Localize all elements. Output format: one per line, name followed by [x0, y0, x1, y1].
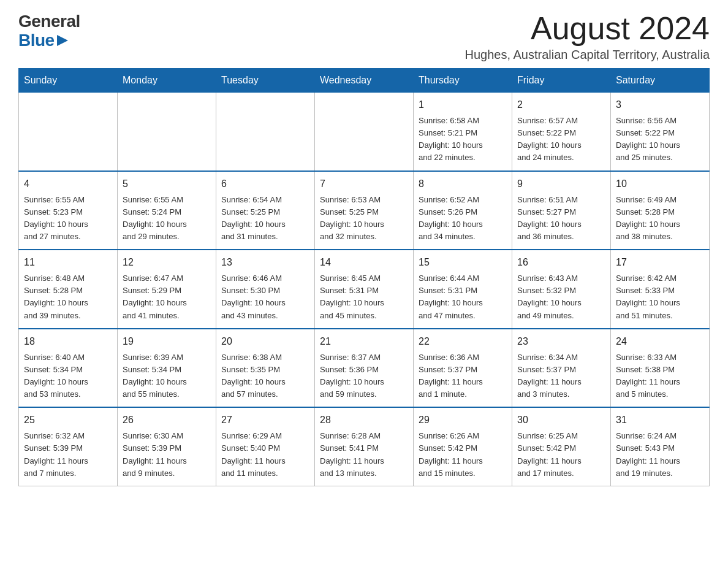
calendar-day-cell: 14Sunrise: 6:45 AM Sunset: 5:31 PM Dayli… [315, 250, 414, 329]
calendar-day-cell: 21Sunrise: 6:37 AM Sunset: 5:36 PM Dayli… [315, 329, 414, 408]
day-info: Sunrise: 6:48 AM Sunset: 5:28 PM Dayligh… [24, 272, 112, 322]
calendar-day-cell: 3Sunrise: 6:56 AM Sunset: 5:22 PM Daylig… [611, 93, 710, 171]
day-info: Sunrise: 6:33 AM Sunset: 5:38 PM Dayligh… [616, 351, 704, 401]
day-info: Sunrise: 6:54 AM Sunset: 5:25 PM Dayligh… [221, 194, 309, 243]
day-info: Sunrise: 6:24 AM Sunset: 5:43 PM Dayligh… [616, 430, 704, 480]
day-number: 18 [24, 334, 112, 349]
day-number: 1 [419, 98, 507, 112]
calendar-day-cell: 23Sunrise: 6:34 AM Sunset: 5:37 PM Dayli… [512, 329, 611, 408]
day-info: Sunrise: 6:45 AM Sunset: 5:31 PM Dayligh… [320, 272, 408, 322]
calendar-day-cell: 24Sunrise: 6:33 AM Sunset: 5:38 PM Dayli… [611, 329, 710, 408]
day-info: Sunrise: 6:44 AM Sunset: 5:31 PM Dayligh… [419, 272, 507, 322]
day-of-week-header: Saturday [611, 69, 710, 93]
day-number: 9 [517, 177, 605, 191]
day-of-week-header: Tuesday [216, 69, 315, 93]
day-of-week-header: Friday [512, 69, 611, 93]
day-number: 8 [419, 177, 507, 191]
day-number: 3 [616, 98, 704, 112]
day-number: 21 [320, 334, 408, 349]
day-number: 5 [123, 177, 211, 191]
day-number: 17 [616, 255, 704, 270]
day-number: 7 [320, 177, 408, 191]
calendar-day-cell: 15Sunrise: 6:44 AM Sunset: 5:31 PM Dayli… [414, 250, 512, 329]
calendar-day-cell: 31Sunrise: 6:24 AM Sunset: 5:43 PM Dayli… [611, 407, 710, 486]
day-number: 15 [419, 255, 507, 270]
day-number: 28 [320, 413, 408, 427]
calendar-week-row: 1Sunrise: 6:58 AM Sunset: 5:21 PM Daylig… [19, 93, 710, 171]
logo-blue-text: Blue [18, 31, 55, 50]
calendar-week-row: 4Sunrise: 6:55 AM Sunset: 5:23 PM Daylig… [19, 171, 710, 250]
day-info: Sunrise: 6:49 AM Sunset: 5:28 PM Dayligh… [616, 194, 704, 243]
day-of-week-header: Thursday [414, 69, 512, 93]
day-info: Sunrise: 6:42 AM Sunset: 5:33 PM Dayligh… [616, 272, 704, 322]
day-number: 31 [616, 413, 704, 427]
calendar-day-cell: 12Sunrise: 6:47 AM Sunset: 5:29 PM Dayli… [118, 250, 216, 329]
calendar-day-cell: 25Sunrise: 6:32 AM Sunset: 5:39 PM Dayli… [19, 407, 118, 486]
day-number: 20 [221, 334, 309, 349]
day-number: 26 [123, 413, 211, 427]
day-number: 22 [419, 334, 507, 349]
svg-marker-0 [57, 35, 68, 46]
day-number: 6 [221, 177, 309, 191]
day-info: Sunrise: 6:30 AM Sunset: 5:39 PM Dayligh… [123, 430, 211, 480]
day-info: Sunrise: 6:28 AM Sunset: 5:41 PM Dayligh… [320, 430, 408, 480]
day-number: 30 [517, 413, 605, 427]
calendar-day-cell: 11Sunrise: 6:48 AM Sunset: 5:28 PM Dayli… [19, 250, 118, 329]
calendar-day-cell [118, 93, 216, 171]
calendar-day-cell: 17Sunrise: 6:42 AM Sunset: 5:33 PM Dayli… [611, 250, 710, 329]
day-info: Sunrise: 6:46 AM Sunset: 5:30 PM Dayligh… [221, 272, 309, 322]
day-info: Sunrise: 6:34 AM Sunset: 5:37 PM Dayligh… [517, 351, 605, 401]
calendar-day-cell: 30Sunrise: 6:25 AM Sunset: 5:42 PM Dayli… [512, 407, 611, 486]
day-info: Sunrise: 6:53 AM Sunset: 5:25 PM Dayligh… [320, 194, 408, 243]
calendar-day-cell: 18Sunrise: 6:40 AM Sunset: 5:34 PM Dayli… [19, 329, 118, 408]
title-block: August 2024 Hughes, Australian Capital T… [465, 12, 710, 62]
day-number: 24 [616, 334, 704, 349]
calendar-day-cell: 28Sunrise: 6:28 AM Sunset: 5:41 PM Dayli… [315, 407, 414, 486]
day-of-week-header: Sunday [19, 69, 118, 93]
day-number: 2 [517, 98, 605, 112]
day-info: Sunrise: 6:29 AM Sunset: 5:40 PM Dayligh… [221, 430, 309, 480]
day-of-week-header: Wednesday [315, 69, 414, 93]
day-number: 25 [24, 413, 112, 427]
day-info: Sunrise: 6:52 AM Sunset: 5:26 PM Dayligh… [419, 194, 507, 243]
page-header: General Blue August 2024 Hughes, Austral… [18, 12, 710, 62]
calendar-week-row: 25Sunrise: 6:32 AM Sunset: 5:39 PM Dayli… [19, 407, 710, 486]
day-info: Sunrise: 6:57 AM Sunset: 5:22 PM Dayligh… [517, 115, 605, 164]
day-info: Sunrise: 6:43 AM Sunset: 5:32 PM Dayligh… [517, 272, 605, 322]
day-info: Sunrise: 6:56 AM Sunset: 5:22 PM Dayligh… [616, 115, 704, 164]
day-number: 12 [123, 255, 211, 270]
day-number: 19 [123, 334, 211, 349]
day-number: 29 [419, 413, 507, 427]
calendar-day-cell: 13Sunrise: 6:46 AM Sunset: 5:30 PM Dayli… [216, 250, 315, 329]
calendar-day-cell [315, 93, 414, 171]
calendar-day-cell: 9Sunrise: 6:51 AM Sunset: 5:27 PM Daylig… [512, 171, 611, 250]
location-subtitle: Hughes, Australian Capital Territory, Au… [465, 48, 710, 62]
day-number: 13 [221, 255, 309, 270]
calendar-table: SundayMondayTuesdayWednesdayThursdayFrid… [18, 68, 710, 486]
day-info: Sunrise: 6:25 AM Sunset: 5:42 PM Dayligh… [517, 430, 605, 480]
logo-general: General [18, 12, 80, 31]
day-info: Sunrise: 6:58 AM Sunset: 5:21 PM Dayligh… [419, 115, 507, 164]
day-number: 11 [24, 255, 112, 270]
calendar-day-cell: 10Sunrise: 6:49 AM Sunset: 5:28 PM Dayli… [611, 171, 710, 250]
logo: General Blue [18, 12, 80, 50]
calendar-day-cell [216, 93, 315, 171]
day-number: 10 [616, 177, 704, 191]
day-info: Sunrise: 6:36 AM Sunset: 5:37 PM Dayligh… [419, 351, 507, 401]
day-of-week-header: Monday [118, 69, 216, 93]
day-number: 27 [221, 413, 309, 427]
calendar-day-cell: 7Sunrise: 6:53 AM Sunset: 5:25 PM Daylig… [315, 171, 414, 250]
calendar-day-cell: 19Sunrise: 6:39 AM Sunset: 5:34 PM Dayli… [118, 329, 216, 408]
calendar-day-cell: 6Sunrise: 6:54 AM Sunset: 5:25 PM Daylig… [216, 171, 315, 250]
calendar-week-row: 18Sunrise: 6:40 AM Sunset: 5:34 PM Dayli… [19, 329, 710, 408]
calendar-day-cell: 16Sunrise: 6:43 AM Sunset: 5:32 PM Dayli… [512, 250, 611, 329]
day-number: 16 [517, 255, 605, 270]
calendar-header-row: SundayMondayTuesdayWednesdayThursdayFrid… [19, 69, 710, 93]
day-info: Sunrise: 6:37 AM Sunset: 5:36 PM Dayligh… [320, 351, 408, 401]
day-number: 4 [24, 177, 112, 191]
logo-blue-row: Blue [18, 31, 80, 50]
day-info: Sunrise: 6:55 AM Sunset: 5:23 PM Dayligh… [24, 194, 112, 243]
calendar-day-cell: 27Sunrise: 6:29 AM Sunset: 5:40 PM Dayli… [216, 407, 315, 486]
month-year-title: August 2024 [465, 12, 710, 44]
calendar-day-cell: 22Sunrise: 6:36 AM Sunset: 5:37 PM Dayli… [414, 329, 512, 408]
